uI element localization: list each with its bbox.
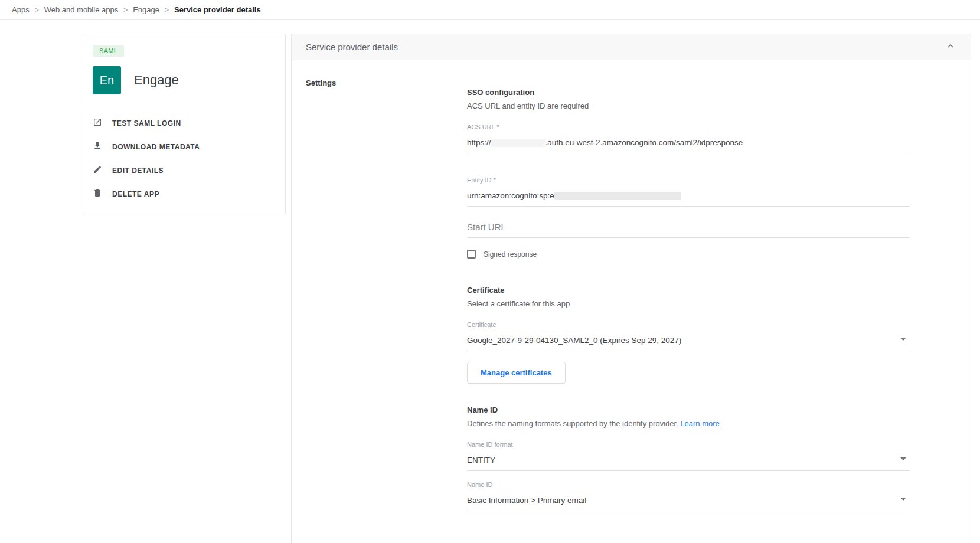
breadcrumb-apps[interactable]: Apps [12, 5, 30, 14]
name-id-heading: Name ID [467, 405, 910, 415]
name-id-format-label: Name ID format [467, 441, 910, 449]
certificate-select[interactable]: Google_2027-9-29-04130_SAML2_0 (Expires … [467, 335, 910, 351]
acs-url-suffix: .auth.eu-west-2.amazoncognito.com/saml2/… [545, 138, 743, 147]
entity-id-prefix: urn:amazon:cognito:sp:e [467, 191, 554, 200]
edit-details-button[interactable]: EDIT DETAILS [93, 159, 276, 182]
signed-response-label: Signed response [484, 250, 537, 259]
breadcrumb-separator: > [35, 6, 39, 14]
settings-section-label: Settings [306, 78, 336, 87]
delete-app-button[interactable]: DELETE APP [93, 182, 276, 206]
panel-header[interactable]: Service provider details [292, 34, 971, 60]
sso-configuration-heading: SSO configuration [467, 88, 910, 97]
breadcrumb-separator: > [165, 6, 169, 14]
manage-certificates-button[interactable]: Manage certificates [467, 362, 566, 384]
breadcrumb-current-page: Service provider details [174, 5, 261, 14]
name-id-description-text: Defines the naming formats supported by … [467, 419, 678, 428]
entity-id-label: Entity ID * [467, 176, 910, 184]
signed-response-checkbox[interactable] [467, 250, 476, 259]
acs-url-label: ACS URL * [467, 123, 910, 131]
breadcrumb-engage[interactable]: Engage [133, 5, 159, 14]
action-label: EDIT DETAILS [112, 166, 164, 175]
action-label: TEST SAML LOGIN [112, 119, 181, 127]
service-provider-details-panel: Service provider details Settings SSO co… [291, 34, 971, 543]
breadcrumb-web-and-mobile-apps[interactable]: Web and mobile apps [44, 5, 119, 14]
action-label: DOWNLOAD METADATA [112, 143, 200, 151]
dropdown-arrow-icon [900, 498, 906, 501]
app-actions: TEST SAML LOGIN DOWNLOAD METADATA EDIT D… [83, 104, 285, 213]
saml-type-badge: SAML [93, 45, 124, 57]
app-icon: En [93, 66, 121, 94]
certificate-field-label: Certificate [467, 321, 910, 329]
entity-id-field[interactable]: urn:amazon:cognito:sp:e [467, 191, 910, 207]
app-name: Engage [134, 73, 179, 88]
dropdown-arrow-icon [900, 338, 906, 341]
settings-form: SSO configuration ACS URL and entity ID … [467, 60, 910, 511]
certificate-heading: Certificate [467, 286, 910, 295]
test-saml-login-button[interactable]: TEST SAML LOGIN [93, 112, 276, 135]
trash-icon [93, 188, 102, 200]
certificate-subheading: Select a certificate for this app [467, 299, 910, 309]
start-url-input[interactable]: Start URL [467, 221, 910, 238]
name-id-description: Defines the naming formats supported by … [467, 419, 910, 428]
sso-configuration-subheading: ACS URL and entity ID are required [467, 102, 910, 111]
action-label: DELETE APP [112, 190, 159, 198]
name-id-format-select[interactable]: ENTITY [467, 455, 910, 471]
chevron-up-icon[interactable] [945, 40, 956, 54]
download-icon [93, 141, 102, 153]
name-id-select[interactable]: Basic Information > Primary email [467, 495, 910, 511]
download-metadata-button[interactable]: DOWNLOAD METADATA [93, 135, 276, 159]
signed-response-option[interactable]: Signed response [467, 250, 910, 259]
name-id-field-label: Name ID [467, 481, 910, 489]
acs-url-field[interactable]: https://.auth.eu-west-2.amazoncognito.co… [467, 138, 910, 153]
redacted-domain-prefix [491, 139, 545, 147]
acs-url-prefix: https:// [467, 138, 491, 147]
redacted-entity-id [554, 192, 681, 200]
name-id-format-value: ENTITY [467, 456, 495, 465]
name-id-value: Basic Information > Primary email [467, 496, 586, 505]
dropdown-arrow-icon [900, 457, 906, 460]
breadcrumb: Apps > Web and mobile apps > Engage > Se… [0, 0, 980, 20]
app-summary-card: SAML En Engage TEST SAML LOGIN DOWNLOAD … [83, 34, 286, 214]
learn-more-link[interactable]: Learn more [680, 419, 719, 428]
panel-title: Service provider details [306, 42, 398, 52]
open-in-new-icon [93, 117, 102, 129]
pencil-icon [93, 165, 102, 176]
certificate-selected-value: Google_2027-9-29-04130_SAML2_0 (Expires … [467, 336, 681, 345]
breadcrumb-separator: > [123, 6, 128, 14]
